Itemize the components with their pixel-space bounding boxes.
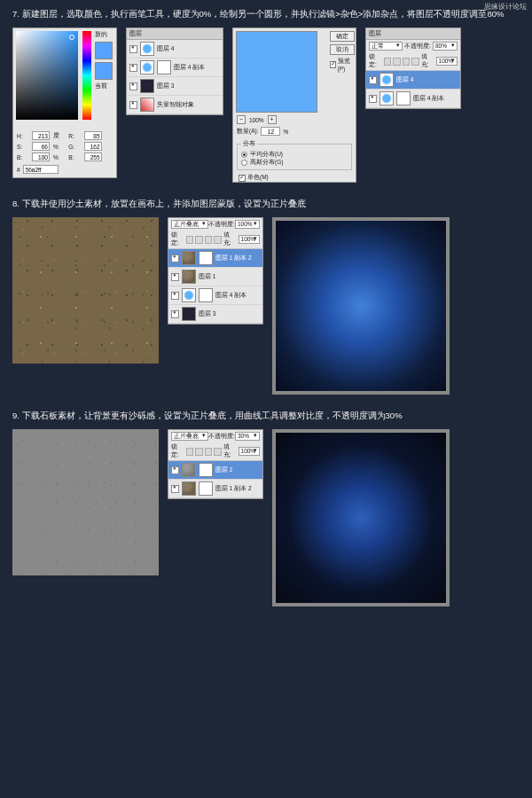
g-input[interactable]	[84, 142, 102, 151]
link-icon	[396, 91, 411, 106]
add-noise-dialog: 确定 取消 预览(P) − 100% + 数量(A): % 分布 平均分布(U)…	[232, 27, 356, 183]
layer-row[interactable]: 图层 1 副本 2	[168, 249, 262, 268]
new-label: 新的	[95, 31, 109, 39]
bl-input[interactable]	[84, 153, 102, 161]
preview-checkbox[interactable]	[330, 61, 336, 68]
lock-icon[interactable]	[403, 58, 411, 66]
lock-icon[interactable]	[393, 58, 401, 66]
eye-icon[interactable]	[129, 64, 137, 72]
opacity-select[interactable]: 80%	[433, 42, 458, 51]
fill-select[interactable]: 100%	[239, 447, 260, 456]
r-label: R:	[68, 133, 82, 139]
h-input[interactable]	[32, 131, 50, 140]
blend-select[interactable]: 正常	[369, 42, 403, 51]
color-picker-panel: 新的 当前 H:度 R: S:% G: B:% B: #	[12, 27, 117, 178]
layer-row[interactable]: 图层 4	[127, 40, 223, 59]
eye-icon[interactable]	[171, 254, 179, 262]
noise-preview	[236, 31, 317, 113]
lock-icon[interactable]	[195, 236, 203, 244]
gaussian-radio[interactable]	[241, 160, 247, 166]
swatch-new[interactable]	[95, 42, 113, 59]
eye-icon[interactable]	[129, 45, 137, 53]
lock-icon[interactable]	[214, 236, 222, 244]
lock-icon[interactable]	[411, 58, 419, 66]
opacity-select[interactable]: 100%	[235, 220, 260, 229]
h-unit: 度	[53, 132, 66, 140]
s-input[interactable]	[32, 142, 50, 151]
layers-panel-a: 图层 图层 4 图层 4 副本 图层 3 失量智能对象	[126, 27, 223, 115]
step9-title: 9. 下载石板素材，让背景更有沙砾感，设置为正片叠底，用曲线工具调整对比度，不透…	[12, 411, 520, 422]
layer-row[interactable]: 图层 4 副本	[168, 286, 262, 305]
layer-row[interactable]: 图层 1 副本 2	[168, 480, 262, 498]
mono-checkbox[interactable]	[239, 175, 246, 182]
layer-row[interactable]: 图层 1	[168, 268, 262, 286]
layer-row[interactable]: 图层 4 副本	[127, 59, 223, 77]
lock-icon[interactable]	[186, 448, 194, 456]
step-7: 7. 新建图层，选取颜色，执行画笔工具，硬度为0%，绘制另一个圆形，并执行滤镜>…	[12, 9, 520, 183]
eye-icon[interactable]	[369, 95, 377, 103]
fill-select[interactable]: 100%	[239, 235, 260, 244]
lock-icon[interactable]	[214, 448, 222, 456]
uniform-radio[interactable]	[241, 152, 247, 158]
zoom-in-button[interactable]: +	[268, 115, 277, 124]
layer-row[interactable]: 失量智能对象	[127, 96, 223, 114]
layer-name: 图层 4 副本	[174, 64, 220, 72]
eye-icon[interactable]	[171, 273, 179, 281]
layer-row[interactable]: 图层 4 副本	[366, 90, 460, 108]
layer-thumb	[379, 91, 394, 106]
result-preview-8	[272, 217, 450, 395]
lock-icon[interactable]	[195, 448, 203, 456]
eye-icon[interactable]	[129, 82, 137, 90]
result-preview-9	[272, 429, 450, 606]
smart-icon	[140, 98, 154, 112]
stone-texture	[12, 429, 159, 575]
ok-button[interactable]: 确定	[330, 31, 355, 42]
lock-icon[interactable]	[205, 448, 213, 456]
eye-icon[interactable]	[171, 485, 179, 493]
hex-input[interactable]	[23, 165, 59, 174]
eye-icon[interactable]	[369, 76, 377, 84]
layer-name: 图层 1 副本 2	[215, 485, 260, 493]
hue-slider[interactable]	[82, 31, 91, 120]
amount-input[interactable]	[261, 127, 280, 136]
step8-title: 8. 下载并使用沙土素材，放置在画布上，并添加图层蒙版，设置为正片叠底	[12, 199, 520, 210]
mask-thumb[interactable]	[199, 463, 213, 477]
layer-thumb	[182, 288, 196, 302]
eye-icon[interactable]	[171, 292, 179, 300]
layer-row[interactable]: 图层 2	[168, 461, 262, 480]
eye-icon[interactable]	[171, 310, 179, 318]
blend-select[interactable]: 正片叠底	[171, 220, 208, 229]
blend-select[interactable]: 正片叠底	[171, 432, 208, 441]
layers-panel-b: 图层 正常 不透明度: 80% 锁定:填充:100% 图层 4 图层 4 副本	[365, 27, 461, 109]
current-label: 当前	[95, 82, 109, 90]
eye-icon[interactable]	[129, 101, 137, 109]
lock-icon[interactable]	[205, 236, 213, 244]
layer-row[interactable]: 图层 3	[168, 305, 262, 324]
zoom-out-button[interactable]: −	[237, 115, 246, 124]
mask-thumb[interactable]	[199, 251, 213, 265]
amount-label: 数量(A):	[237, 128, 258, 136]
color-field[interactable]	[16, 31, 78, 120]
r-input[interactable]	[84, 131, 102, 140]
step-9: 9. 下载石板素材，让背景更有沙砾感，设置为正片叠底，用曲线工具调整对比度，不透…	[12, 411, 520, 606]
mask-thumb[interactable]	[199, 481, 213, 496]
lock-label: 锁定:	[171, 443, 184, 459]
layers-tab[interactable]: 图层	[129, 29, 142, 38]
opacity-label: 不透明度:	[208, 433, 235, 441]
layer-name: 图层 4	[396, 76, 458, 84]
fill-select[interactable]: 100%	[436, 57, 458, 66]
swatch-current[interactable]	[95, 62, 113, 80]
distribution-group: 分布 平均分布(U) 高斯分布(G)	[237, 140, 352, 170]
b-unit: %	[53, 154, 66, 160]
layer-row[interactable]: 图层 3	[127, 77, 223, 96]
cancel-button[interactable]: 取消	[330, 44, 355, 55]
layer-row[interactable]: 图层 4	[366, 71, 460, 90]
step7-title: 7. 新建图层，选取颜色，执行画笔工具，硬度为0%，绘制另一个圆形，并执行滤镜>…	[12, 9, 520, 20]
layers-tab[interactable]: 图层	[369, 29, 381, 38]
eye-icon[interactable]	[171, 466, 179, 474]
lock-icon[interactable]	[384, 58, 392, 66]
lock-icon[interactable]	[186, 236, 194, 244]
opacity-select[interactable]: 30%	[235, 432, 260, 441]
b-input[interactable]	[32, 153, 50, 161]
step-8: 8. 下载并使用沙土素材，放置在画布上，并添加图层蒙版，设置为正片叠底 正片叠底…	[12, 199, 520, 395]
